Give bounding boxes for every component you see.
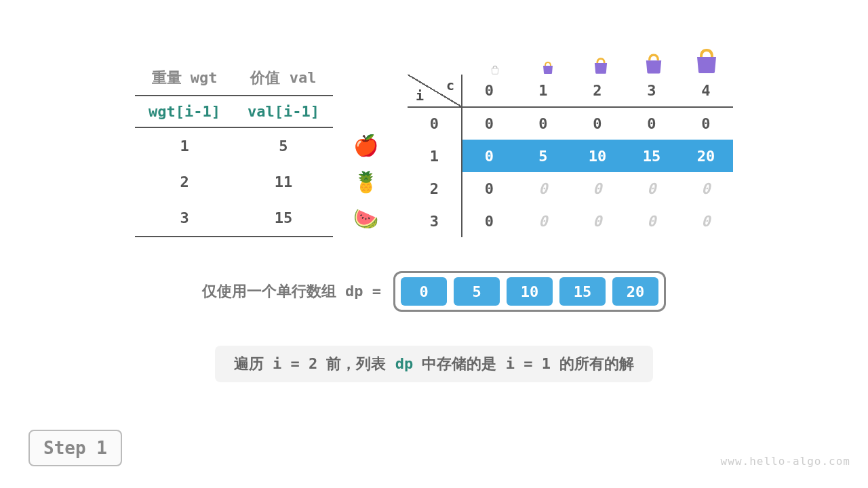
dp-cell: 0 (516, 107, 570, 140)
pineapple-icon: 🍍 (353, 164, 387, 201)
dp-cell: 15 (625, 140, 679, 172)
dp-table: c i 0 1 2 3 4 00000010510152020000030000… (408, 75, 733, 237)
item-val: 5 (234, 127, 333, 164)
dp-row-index: 2 (408, 172, 462, 205)
dp-array-cell: 5 (454, 277, 500, 306)
dp-cell: 0 (516, 172, 570, 205)
bag-icon (680, 41, 733, 75)
dp-cell: 0 (516, 205, 570, 237)
bag-icon (627, 41, 680, 75)
dp-row-index: 1 (408, 140, 462, 172)
dp-row-index: 0 (408, 107, 462, 140)
watermelon-icon: 🍉 (353, 201, 387, 237)
dp-corner: c i (408, 75, 462, 107)
dp-cell: 0 (462, 107, 516, 140)
items-table: 重量 wgt 价值 val wgt[i-1] val[i-1] 15211315 (135, 61, 333, 237)
dp-cell: 10 (570, 140, 625, 172)
item-val: 15 (234, 200, 333, 237)
dp-col-1: 1 (516, 75, 570, 107)
watermark: www.hello-algo.com (721, 455, 850, 468)
dp-row-index: 3 (408, 205, 462, 237)
bag-icon (574, 41, 627, 75)
dp-cell: 0 (679, 172, 733, 205)
items-header-wgt: 重量 wgt (135, 61, 234, 96)
items-subheader-wgt: wgt[i-1] (135, 96, 234, 127)
dp-array-cell: 10 (507, 277, 553, 306)
dp-col-2: 2 (570, 75, 625, 107)
dp-cell: 0 (625, 205, 679, 237)
dp-array-label: 仅使用一个单行数组 dp = (202, 281, 381, 302)
dp-cell: 0 (679, 205, 733, 237)
bag-icon (521, 41, 574, 75)
dp-array-cell: 15 (559, 277, 606, 306)
items-header-val: 价值 val (234, 61, 333, 96)
item-wgt: 1 (135, 127, 234, 164)
dp-cell: 0 (462, 172, 516, 205)
bag-icon (469, 41, 521, 75)
dp-col-3: 3 (625, 75, 679, 107)
item-wgt: 3 (135, 200, 234, 237)
dp-cell: 5 (516, 140, 570, 172)
dp-array-cell: 0 (401, 277, 447, 306)
dp-cell: 0 (570, 107, 625, 140)
caption: 遍历 i = 2 前，列表 dp 中存储的是 i = 1 的所有的解 (215, 346, 653, 382)
fruit-column: 🍎🍍🍉 (353, 49, 387, 237)
dp-cell: 0 (462, 140, 516, 172)
dp-col-4: 4 (679, 75, 733, 107)
dp-cell: 0 (625, 172, 679, 205)
dp-cell: 0 (462, 205, 516, 237)
dp-cell: 0 (570, 205, 625, 237)
step-badge: Step 1 (28, 430, 122, 466)
dp-cell: 0 (679, 107, 733, 140)
item-val: 11 (234, 164, 333, 200)
dp-cell: 20 (679, 140, 733, 172)
dp-col-0: 0 (462, 75, 516, 107)
dp-cell: 0 (570, 172, 625, 205)
dp-cell: 0 (625, 107, 679, 140)
items-subheader-val: val[i-1] (234, 96, 333, 127)
bag-icons-row (469, 41, 733, 75)
dp-array-cell: 20 (612, 277, 658, 306)
item-wgt: 2 (135, 164, 234, 200)
dp-array: 05101520 (393, 271, 666, 312)
apple-icon: 🍎 (353, 127, 387, 164)
